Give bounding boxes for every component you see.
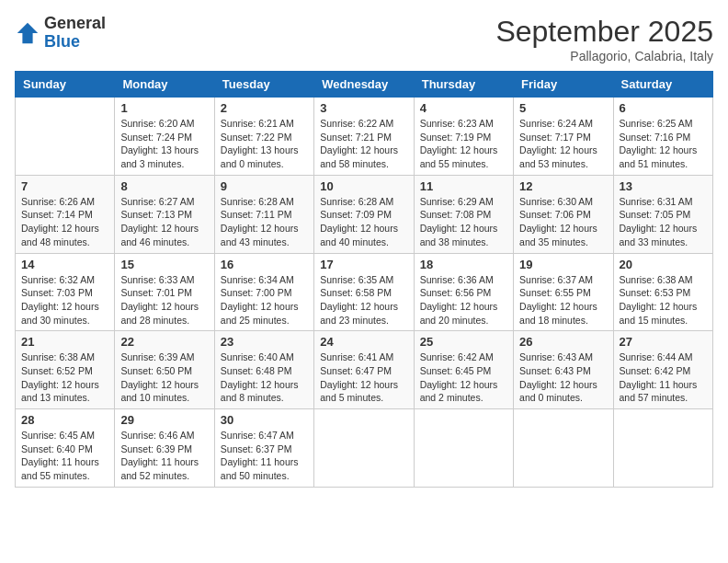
day-number: 11 <box>420 179 507 193</box>
calendar-cell: 14Sunrise: 6:32 AM Sunset: 7:03 PM Dayli… <box>16 253 115 331</box>
day-info: Sunrise: 6:42 AM Sunset: 6:45 PM Dayligh… <box>420 350 507 405</box>
day-number: 2 <box>221 101 308 115</box>
calendar-cell: 26Sunrise: 6:43 AM Sunset: 6:43 PM Dayli… <box>514 331 613 409</box>
day-info: Sunrise: 6:36 AM Sunset: 6:56 PM Dayligh… <box>420 273 507 327</box>
calendar-cell: 25Sunrise: 6:42 AM Sunset: 6:45 PM Dayli… <box>414 331 513 409</box>
calendar-cell: 6Sunrise: 6:25 AM Sunset: 7:16 PM Daylig… <box>613 98 712 176</box>
calendar-cell: 2Sunrise: 6:21 AM Sunset: 7:22 PM Daylig… <box>214 98 313 176</box>
logo: General Blue <box>15 15 106 52</box>
calendar-cell: 9Sunrise: 6:28 AM Sunset: 7:11 PM Daylig… <box>214 175 313 253</box>
day-info: Sunrise: 6:27 AM Sunset: 7:13 PM Dayligh… <box>120 195 208 249</box>
day-info: Sunrise: 6:20 AM Sunset: 7:24 PM Dayligh… <box>120 117 208 171</box>
day-info: Sunrise: 6:28 AM Sunset: 7:11 PM Dayligh… <box>221 195 308 249</box>
day-of-week-header: Wednesday <box>314 72 414 98</box>
calendar-cell: 30Sunrise: 6:47 AM Sunset: 6:37 PM Dayli… <box>214 409 313 488</box>
day-number: 28 <box>21 413 108 427</box>
calendar-cell: 3Sunrise: 6:22 AM Sunset: 7:21 PM Daylig… <box>314 98 414 176</box>
day-number: 19 <box>519 258 607 271</box>
day-info: Sunrise: 6:29 AM Sunset: 7:08 PM Dayligh… <box>420 195 507 249</box>
calendar-cell: 29Sunrise: 6:46 AM Sunset: 6:39 PM Dayli… <box>115 409 214 488</box>
month-title: September 2025 <box>495 15 713 49</box>
day-number: 22 <box>120 335 208 349</box>
day-info: Sunrise: 6:38 AM Sunset: 6:53 PM Dayligh… <box>620 273 707 327</box>
calendar-cell: 22Sunrise: 6:39 AM Sunset: 6:50 PM Dayli… <box>115 331 214 409</box>
day-number: 13 <box>620 179 707 193</box>
calendar-cell <box>314 409 414 488</box>
calendar-cell: 24Sunrise: 6:41 AM Sunset: 6:47 PM Dayli… <box>314 331 414 409</box>
calendar-table: SundayMondayTuesdayWednesdayThursdayFrid… <box>15 71 713 488</box>
calendar-week-row: 28Sunrise: 6:45 AM Sunset: 6:40 PM Dayli… <box>16 409 713 488</box>
logo-text: General Blue <box>44 15 106 52</box>
calendar-cell: 20Sunrise: 6:38 AM Sunset: 6:53 PM Dayli… <box>613 253 712 331</box>
calendar-week-row: 1Sunrise: 6:20 AM Sunset: 7:24 PM Daylig… <box>16 98 713 176</box>
calendar-cell <box>613 409 712 488</box>
day-number: 3 <box>320 101 407 115</box>
day-info: Sunrise: 6:41 AM Sunset: 6:47 PM Dayligh… <box>320 350 407 405</box>
day-number: 1 <box>120 101 208 115</box>
day-info: Sunrise: 6:23 AM Sunset: 7:19 PM Dayligh… <box>420 117 507 171</box>
day-of-week-header: Saturday <box>613 72 712 98</box>
title-block: September 2025 Pallagorio, Calabria, Ita… <box>495 15 713 63</box>
day-info: Sunrise: 6:26 AM Sunset: 7:14 PM Dayligh… <box>21 195 108 249</box>
calendar-week-row: 21Sunrise: 6:38 AM Sunset: 6:52 PM Dayli… <box>16 331 713 409</box>
calendar-cell: 21Sunrise: 6:38 AM Sunset: 6:52 PM Dayli… <box>16 331 115 409</box>
day-info: Sunrise: 6:45 AM Sunset: 6:40 PM Dayligh… <box>21 429 108 483</box>
calendar-week-row: 14Sunrise: 6:32 AM Sunset: 7:03 PM Dayli… <box>16 253 713 331</box>
day-info: Sunrise: 6:30 AM Sunset: 7:06 PM Dayligh… <box>519 195 607 249</box>
calendar-cell: 5Sunrise: 6:24 AM Sunset: 7:17 PM Daylig… <box>514 98 613 176</box>
calendar-cell: 8Sunrise: 6:27 AM Sunset: 7:13 PM Daylig… <box>115 175 214 253</box>
day-of-week-header: Monday <box>115 72 214 98</box>
day-number: 12 <box>519 179 607 193</box>
calendar-cell <box>514 409 613 488</box>
logo-icon <box>15 20 40 46</box>
day-number: 21 <box>21 335 108 349</box>
day-of-week-header: Sunday <box>16 72 115 98</box>
day-info: Sunrise: 6:33 AM Sunset: 7:01 PM Dayligh… <box>120 273 208 327</box>
svg-marker-0 <box>17 23 38 43</box>
calendar-cell: 17Sunrise: 6:35 AM Sunset: 6:58 PM Dayli… <box>314 253 414 331</box>
day-number: 5 <box>519 101 607 115</box>
day-number: 20 <box>620 258 707 271</box>
day-info: Sunrise: 6:39 AM Sunset: 6:50 PM Dayligh… <box>120 350 208 405</box>
day-info: Sunrise: 6:35 AM Sunset: 6:58 PM Dayligh… <box>320 273 407 327</box>
calendar-cell: 28Sunrise: 6:45 AM Sunset: 6:40 PM Dayli… <box>16 409 115 488</box>
day-info: Sunrise: 6:40 AM Sunset: 6:48 PM Dayligh… <box>221 350 308 405</box>
day-number: 30 <box>221 413 308 427</box>
calendar-cell: 13Sunrise: 6:31 AM Sunset: 7:05 PM Dayli… <box>613 175 712 253</box>
logo-blue: Blue <box>44 33 106 52</box>
day-number: 26 <box>519 335 607 349</box>
day-number: 6 <box>620 101 707 115</box>
day-info: Sunrise: 6:46 AM Sunset: 6:39 PM Dayligh… <box>120 429 208 483</box>
day-number: 23 <box>221 335 308 349</box>
day-info: Sunrise: 6:21 AM Sunset: 7:22 PM Dayligh… <box>221 117 308 171</box>
calendar-cell: 15Sunrise: 6:33 AM Sunset: 7:01 PM Dayli… <box>115 253 214 331</box>
calendar-header-row: SundayMondayTuesdayWednesdayThursdayFrid… <box>16 72 713 98</box>
calendar-cell: 27Sunrise: 6:44 AM Sunset: 6:42 PM Dayli… <box>613 331 712 409</box>
calendar-week-row: 7Sunrise: 6:26 AM Sunset: 7:14 PM Daylig… <box>16 175 713 253</box>
day-info: Sunrise: 6:38 AM Sunset: 6:52 PM Dayligh… <box>21 350 108 405</box>
calendar-cell: 11Sunrise: 6:29 AM Sunset: 7:08 PM Dayli… <box>414 175 513 253</box>
day-number: 9 <box>221 179 308 193</box>
day-number: 4 <box>420 101 507 115</box>
day-info: Sunrise: 6:47 AM Sunset: 6:37 PM Dayligh… <box>221 429 308 483</box>
calendar-cell: 23Sunrise: 6:40 AM Sunset: 6:48 PM Dayli… <box>214 331 313 409</box>
day-number: 17 <box>320 258 407 271</box>
day-number: 8 <box>120 179 208 193</box>
day-number: 24 <box>320 335 407 349</box>
day-of-week-header: Tuesday <box>214 72 313 98</box>
day-info: Sunrise: 6:24 AM Sunset: 7:17 PM Dayligh… <box>519 117 607 171</box>
day-info: Sunrise: 6:43 AM Sunset: 6:43 PM Dayligh… <box>519 350 607 405</box>
calendar-cell: 16Sunrise: 6:34 AM Sunset: 7:00 PM Dayli… <box>214 253 313 331</box>
day-number: 15 <box>120 258 208 271</box>
calendar-cell: 1Sunrise: 6:20 AM Sunset: 7:24 PM Daylig… <box>115 98 214 176</box>
day-info: Sunrise: 6:22 AM Sunset: 7:21 PM Dayligh… <box>320 117 407 171</box>
day-number: 27 <box>620 335 707 349</box>
calendar-cell <box>414 409 513 488</box>
day-number: 7 <box>21 179 108 193</box>
day-number: 29 <box>120 413 208 427</box>
day-number: 25 <box>420 335 507 349</box>
day-number: 18 <box>420 258 507 271</box>
day-info: Sunrise: 6:32 AM Sunset: 7:03 PM Dayligh… <box>21 273 108 327</box>
calendar-cell: 10Sunrise: 6:28 AM Sunset: 7:09 PM Dayli… <box>314 175 414 253</box>
day-info: Sunrise: 6:34 AM Sunset: 7:00 PM Dayligh… <box>221 273 308 327</box>
